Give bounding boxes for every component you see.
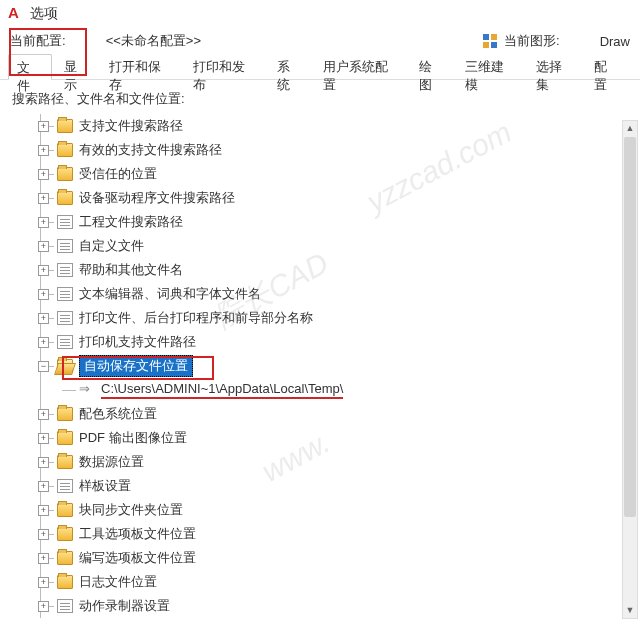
tree-node-label: 受信任的位置 bbox=[79, 165, 157, 183]
document-icon bbox=[57, 263, 73, 277]
scrollbar-thumb[interactable] bbox=[624, 137, 636, 517]
tab-6[interactable]: 绘图 bbox=[411, 54, 453, 79]
document-icon bbox=[57, 215, 73, 229]
tree-node[interactable]: +帮助和其他文件名 bbox=[30, 258, 640, 282]
tree-node-label: 编写选项板文件位置 bbox=[79, 549, 196, 567]
tree-node-label: 设备驱动程序文件搜索路径 bbox=[79, 189, 235, 207]
document-icon bbox=[57, 311, 73, 325]
expand-icon[interactable]: + bbox=[38, 601, 49, 612]
expand-icon[interactable]: + bbox=[38, 481, 49, 492]
scroll-down-icon[interactable]: ▼ bbox=[623, 603, 637, 618]
expand-icon[interactable]: + bbox=[38, 457, 49, 468]
tab-0[interactable]: 文件 bbox=[8, 54, 52, 80]
current-drawing: 当前图形: Draw bbox=[482, 32, 630, 50]
path-arrow-icon bbox=[79, 383, 95, 397]
scroll-up-icon[interactable]: ▲ bbox=[623, 121, 637, 136]
tree-node[interactable]: +打印机支持文件路径 bbox=[30, 330, 640, 354]
document-icon bbox=[57, 335, 73, 349]
tree-view[interactable]: +支持文件搜索路径+有效的支持文件搜索路径+受信任的位置+设备驱动程序文件搜索路… bbox=[0, 114, 640, 618]
expand-icon[interactable]: + bbox=[38, 265, 49, 276]
drawing-icon bbox=[482, 33, 498, 49]
expand-icon[interactable]: + bbox=[38, 313, 49, 324]
expand-icon[interactable]: + bbox=[38, 121, 49, 132]
tree-node[interactable]: C:\Users\ADMINI~1\AppData\Local\Temp\ bbox=[52, 378, 640, 402]
tree-node[interactable]: +工具选项板文件位置 bbox=[30, 522, 640, 546]
expand-icon[interactable]: + bbox=[38, 505, 49, 516]
window-title: 选项 bbox=[30, 5, 58, 23]
tree-node-label: 日志文件位置 bbox=[79, 573, 157, 591]
folder-icon bbox=[57, 167, 73, 181]
collapse-icon[interactable]: − bbox=[38, 361, 49, 372]
expand-icon[interactable]: + bbox=[38, 553, 49, 564]
document-icon bbox=[57, 479, 73, 493]
expand-icon[interactable]: + bbox=[38, 577, 49, 588]
tree-node-label: 样板设置 bbox=[79, 477, 131, 495]
tree-node[interactable]: +PDF 输出图像位置 bbox=[30, 426, 640, 450]
expand-icon[interactable]: + bbox=[38, 337, 49, 348]
tree-node[interactable]: +设备驱动程序文件搜索路径 bbox=[30, 186, 640, 210]
tree-node-label: 动作录制器设置 bbox=[79, 597, 170, 615]
expand-icon[interactable]: + bbox=[38, 433, 49, 444]
folder-icon bbox=[57, 503, 73, 517]
tree-node-label: PDF 输出图像位置 bbox=[79, 429, 187, 447]
tree-node-label: C:\Users\ADMINI~1\AppData\Local\Temp\ bbox=[101, 381, 343, 399]
tree-node[interactable]: +支持文件搜索路径 bbox=[30, 114, 640, 138]
svg-rect-3 bbox=[491, 42, 497, 48]
svg-rect-0 bbox=[483, 34, 489, 40]
tree-node-label: 块同步文件夹位置 bbox=[79, 501, 183, 519]
expand-icon[interactable]: + bbox=[38, 193, 49, 204]
profile-row: 当前配置: <<未命名配置>> 当前图形: Draw bbox=[0, 28, 640, 54]
folder-icon bbox=[57, 551, 73, 565]
tree-node[interactable]: +样板设置 bbox=[30, 474, 640, 498]
tree-node-label: 数据源位置 bbox=[79, 453, 144, 471]
svg-rect-2 bbox=[483, 42, 489, 48]
tree-node[interactable]: +动作录制器设置 bbox=[30, 594, 640, 618]
expand-icon[interactable]: + bbox=[38, 241, 49, 252]
expand-icon[interactable]: + bbox=[38, 289, 49, 300]
tree-node-label: 自动保存文件位置 bbox=[79, 355, 193, 377]
tree-node[interactable]: +块同步文件夹位置 bbox=[30, 498, 640, 522]
tab-7[interactable]: 三维建模 bbox=[457, 54, 524, 79]
folder-open-icon bbox=[57, 359, 73, 373]
app-logo-icon bbox=[8, 6, 24, 22]
tree-node-label: 打印机支持文件路径 bbox=[79, 333, 196, 351]
expand-icon[interactable]: + bbox=[38, 217, 49, 228]
folder-icon bbox=[57, 143, 73, 157]
tree-node[interactable]: −自动保存文件位置 bbox=[30, 354, 640, 378]
profile-label: 当前配置: bbox=[10, 32, 66, 50]
tab-2[interactable]: 打开和保存 bbox=[101, 54, 181, 79]
tab-5[interactable]: 用户系统配置 bbox=[315, 54, 408, 79]
tab-3[interactable]: 打印和发布 bbox=[185, 54, 265, 79]
expand-icon[interactable]: + bbox=[38, 169, 49, 180]
expand-icon[interactable]: + bbox=[38, 529, 49, 540]
document-icon bbox=[57, 239, 73, 253]
tree-node-label: 有效的支持文件搜索路径 bbox=[79, 141, 222, 159]
drawing-label: 当前图形: bbox=[504, 32, 560, 50]
tree-node[interactable]: +有效的支持文件搜索路径 bbox=[30, 138, 640, 162]
folder-icon bbox=[57, 119, 73, 133]
drawing-name: Draw bbox=[600, 34, 630, 49]
tree-node[interactable]: +数据源位置 bbox=[30, 450, 640, 474]
tree-node[interactable]: +自定义文件 bbox=[30, 234, 640, 258]
scrollbar[interactable]: ▲ ▼ bbox=[622, 120, 638, 619]
tree-node[interactable]: +日志文件位置 bbox=[30, 570, 640, 594]
expand-icon[interactable]: + bbox=[38, 145, 49, 156]
tree-node[interactable]: +文本编辑器、词典和字体文件名 bbox=[30, 282, 640, 306]
expand-icon[interactable]: + bbox=[38, 409, 49, 420]
tab-1[interactable]: 显示 bbox=[56, 54, 98, 79]
tree-node[interactable]: +编写选项板文件位置 bbox=[30, 546, 640, 570]
tree-node[interactable]: +工程文件搜索路径 bbox=[30, 210, 640, 234]
tree-node-label: 打印文件、后台打印程序和前导部分名称 bbox=[79, 309, 313, 327]
tab-9[interactable]: 配置 bbox=[586, 54, 628, 79]
tree-node-label: 自定义文件 bbox=[79, 237, 144, 255]
tab-4[interactable]: 系统 bbox=[269, 54, 311, 79]
tree-node[interactable]: +配色系统位置 bbox=[30, 402, 640, 426]
tab-8[interactable]: 选择集 bbox=[528, 54, 582, 79]
tree-node-label: 配色系统位置 bbox=[79, 405, 157, 423]
tree-node-label: 工程文件搜索路径 bbox=[79, 213, 183, 231]
document-icon bbox=[57, 287, 73, 301]
tree-node[interactable]: +受信任的位置 bbox=[30, 162, 640, 186]
tabs: 文件显示打开和保存打印和发布系统用户系统配置绘图三维建模选择集配置 bbox=[0, 54, 640, 80]
tree-node[interactable]: +打印文件、后台打印程序和前导部分名称 bbox=[30, 306, 640, 330]
tree-node-label: 支持文件搜索路径 bbox=[79, 117, 183, 135]
